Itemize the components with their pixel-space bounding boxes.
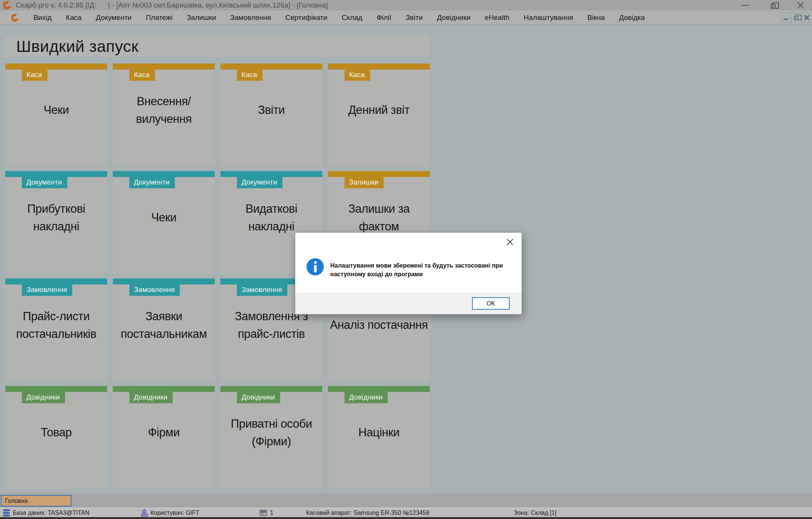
tile-vnesennia-vyluchennia[interactable]: Каса Внесення/вилучення [113, 64, 215, 166]
status-separator [135, 509, 136, 517]
close-icon [797, 2, 804, 9]
status-separator [624, 509, 625, 517]
taskbar-edge [0, 517, 812, 519]
menu-item-orders[interactable]: Замовлення [223, 14, 278, 22]
menu-item-certificates[interactable]: Сертифікати [278, 14, 335, 22]
tile-prais-lysty-postachalnykiv[interactable]: Замовлення Прайс-листи постачальників [5, 278, 107, 381]
tile-category-bar [328, 386, 430, 392]
tile-pryvatni-osoby[interactable]: Довідники Приватні особи (Фірми) [220, 386, 322, 489]
mdi-minimize-button[interactable] [780, 12, 791, 23]
tile-category-bar [113, 386, 215, 392]
minimize-icon [741, 5, 749, 6]
tile-category-bar [113, 64, 215, 70]
app-menu-icon [10, 13, 20, 23]
menu-item-warehouse[interactable]: Склад [334, 14, 369, 22]
menu-item-branches[interactable]: Філії [369, 14, 398, 22]
tile-label: Звіти [220, 70, 322, 166]
menu-item-directories[interactable]: Довідники [430, 14, 478, 22]
tile-label: Товар [5, 392, 107, 489]
tile-firmy[interactable]: Довідники Фірми [113, 386, 215, 489]
tile-category-bar [220, 171, 322, 177]
tile-dennyi-zvit[interactable]: Каса Денний звіт [328, 64, 430, 166]
tile-label: Націнки [328, 392, 430, 489]
tile-category-bar [5, 386, 107, 392]
title-bar: Скарб pro v. 4.0.2.85 [ІД: | - [Апт №003… [0, 0, 812, 11]
tile-label: Прибуткові накладні [5, 177, 107, 274]
tile-label: Чеки [5, 70, 107, 166]
menu-item-settings[interactable]: Налаштування [516, 14, 580, 22]
tile-prybutkovi-nakladni[interactable]: Документи Прибуткові накладні [5, 171, 107, 274]
status-user: Користувач: GIFT [138, 508, 199, 517]
restore-icon [771, 4, 776, 9]
printer-icon [260, 510, 267, 516]
status-separator [254, 509, 255, 517]
tile-zvity-kasa[interactable]: Каса Звіти [220, 64, 322, 166]
tile-cheky-dokumenty[interactable]: Документи Чеки [113, 171, 215, 274]
tile-category-bar [220, 386, 322, 392]
tile-category-bar [328, 64, 430, 70]
tile-label: Внесення/вилучення [113, 70, 215, 166]
status-separator [508, 509, 508, 517]
minimize-button[interactable] [741, 1, 750, 10]
tile-label: Денний звіт [328, 70, 430, 166]
tab-strip: Головна [0, 493, 812, 508]
status-separator [300, 509, 301, 517]
dialog-footer: OK [295, 293, 522, 314]
tile-label: Чеки [113, 177, 215, 274]
dialog-message: Налаштування мови збережені та будуть за… [330, 261, 503, 278]
ok-button[interactable]: OK [472, 297, 510, 310]
quick-launch-panel-header: Швидкий запуск [5, 36, 429, 57]
mdi-close-button[interactable] [801, 12, 812, 23]
user-icon [141, 509, 147, 516]
minimize-icon [783, 18, 788, 20]
page-title: Швидкий запуск [16, 37, 138, 56]
tab-holovna[interactable]: Головна [1, 495, 71, 507]
close-button[interactable] [796, 1, 805, 10]
tile-category-bar [5, 64, 107, 70]
status-count: 1 [257, 508, 273, 517]
menu-item-payments[interactable]: Платежі [139, 14, 180, 22]
tile-label: Заявки постачальникам [113, 284, 215, 381]
tile-cheky-kasa[interactable]: Каса Чеки [5, 64, 107, 166]
status-database: База даних: TASA3@TITAN [0, 508, 90, 517]
tile-label: Фірми [113, 392, 215, 489]
info-icon [307, 258, 324, 275]
menu-item-ehealth[interactable]: eHealth [478, 14, 517, 22]
menu-item-exit[interactable]: Вихід [26, 14, 59, 22]
menu-item-help[interactable]: Довідка [612, 14, 652, 22]
dialog-body: Налаштування мови збережені та будуть за… [295, 233, 522, 294]
menu-item-windows[interactable]: Вікна [580, 14, 612, 22]
tile-category-bar [113, 278, 215, 284]
app-logo-icon [2, 0, 12, 11]
status-bar: База даних: TASA3@TITAN Користувач: GIFT… [0, 508, 812, 517]
status-zone: Зона: Склад [1] [511, 508, 557, 517]
tile-category-bar [328, 171, 430, 177]
tile-category-bar [5, 278, 107, 284]
mdi-restore-button[interactable] [791, 12, 801, 23]
tile-zaiavky-postachalnykam[interactable]: Замовлення Заявки постачальникам [113, 278, 215, 381]
app-window: Скарб pro v. 4.0.2.85 [ІД: | - [Апт №003… [0, 0, 812, 519]
language-settings-dialog: Налаштування мови збережені та будуть за… [295, 232, 522, 315]
menu-item-documents[interactable]: Документи [89, 14, 139, 22]
menu-item-kasa[interactable]: Каса [59, 14, 89, 22]
tile-category-bar [220, 64, 322, 70]
restore-icon [794, 16, 798, 20]
tile-label: Приватні особи (Фірми) [220, 392, 322, 489]
restore-button[interactable] [768, 1, 777, 10]
menu-item-reports[interactable]: Звіти [399, 14, 430, 22]
menu-item-stock[interactable]: Залишки [179, 14, 223, 22]
menu-bar: Вихід Каса Документи Платежі Залишки Зам… [0, 11, 812, 25]
close-icon [804, 15, 810, 21]
tile-label: Прайс-листи постачальників [5, 284, 107, 381]
tile-category-bar [113, 171, 215, 177]
tile-tovar[interactable]: Довідники Товар [5, 386, 107, 489]
window-title: Скарб pro v. 4.0.2.85 [ІД: | - [Апт №003… [16, 1, 328, 9]
status-cash-register: Касовий апарат: Samsung ER-350 №123456 [303, 508, 430, 517]
tile-category-bar [5, 171, 107, 177]
tile-natsinky[interactable]: Довідники Націнки [328, 386, 430, 489]
database-icon [3, 509, 10, 516]
